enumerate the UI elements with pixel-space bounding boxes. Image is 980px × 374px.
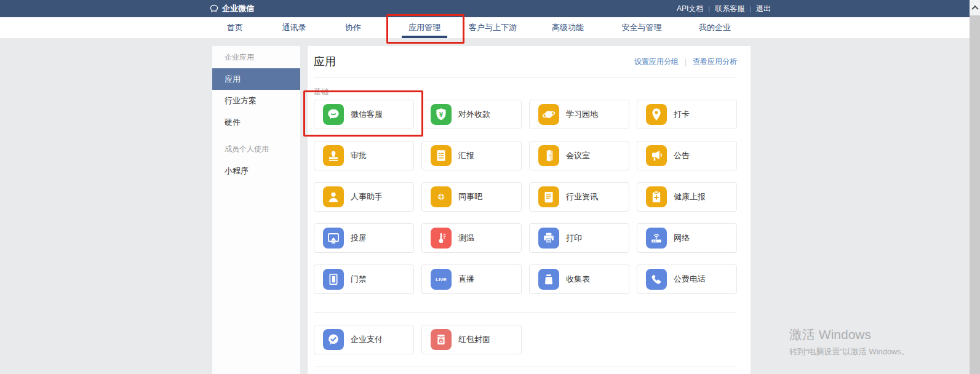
app-card-label: 红包封面 — [458, 334, 490, 345]
app-card-label: 对外收款 — [458, 109, 490, 120]
person-icon — [323, 186, 344, 207]
app-card[interactable]: 收集表 — [529, 265, 629, 294]
app-card-label: 汇报 — [458, 150, 474, 161]
news-doc-icon — [538, 186, 559, 207]
shield-yuan-icon: ¥ — [431, 104, 452, 125]
phone-icon — [646, 269, 667, 290]
app-card-label: 学习园地 — [566, 109, 598, 120]
app-card-label: 打卡 — [674, 109, 690, 120]
watermark-subtitle: 转到“电脑设置”以激活 Windows。 — [789, 346, 909, 357]
app-card[interactable]: 公告 — [637, 141, 737, 170]
brand: 企业微信 — [209, 0, 254, 17]
app-card[interactable]: 打印 — [529, 223, 629, 253]
panel-action-1[interactable]: 设置应用分组 — [634, 57, 679, 67]
app-card-label: 健康上报 — [674, 191, 706, 202]
app-card[interactable]: LIVE直播 — [421, 265, 522, 294]
app-card[interactable]: 打卡 — [637, 100, 737, 129]
nav-tab-8[interactable]: 我的企业 — [699, 17, 731, 38]
app-card[interactable]: 企业支付 — [314, 325, 414, 354]
app-card[interactable]: 微信客服 — [314, 100, 414, 129]
panel-actions: 设置应用分组|查看应用分析 — [634, 57, 737, 69]
windows-activation-watermark: 激活 Windows 转到“电脑设置”以激活 Windows。 — [789, 326, 909, 357]
brand-name: 企业微信 — [222, 3, 254, 14]
app-card-label: 微信客服 — [351, 109, 383, 120]
svg-text:¥: ¥ — [439, 111, 444, 118]
nav-tab-7[interactable]: 安全与管理 — [622, 17, 662, 38]
app-card[interactable]: ¥对外收款 — [421, 100, 522, 129]
app-card-label: 人事助手 — [351, 191, 383, 202]
app-card[interactable]: 红包封面 — [421, 325, 522, 354]
app-card[interactable]: 测温 — [421, 223, 522, 253]
svg-text:LIVE: LIVE — [436, 277, 447, 282]
collect-box-icon — [538, 269, 559, 290]
sidebar-item[interactable]: 硬件 — [212, 111, 300, 133]
nav-tab-3[interactable]: 协作 — [345, 17, 361, 38]
sidebar-section-gap — [212, 133, 300, 138]
topbar-links: API文档|联系客服|退出 — [677, 0, 771, 17]
app-card[interactable]: 学习园地 — [529, 100, 629, 129]
app-card[interactable]: 审批 — [314, 141, 414, 170]
red-packet-icon — [431, 329, 452, 350]
sidebar-item[interactable]: 行业方案 — [212, 90, 300, 111]
thermometer-icon — [431, 228, 452, 249]
app-grid-pay: 企业支付红包封面 — [314, 325, 737, 354]
nav-tab-2[interactable]: 通讯录 — [282, 17, 306, 38]
app-card[interactable]: 汇报 — [421, 141, 522, 170]
topbar-link-separator: | — [708, 5, 710, 12]
nav-tab-6[interactable]: 高级功能 — [552, 17, 584, 38]
megaphone-icon — [646, 145, 667, 166]
app-card[interactable]: 网络 — [637, 223, 737, 253]
sidebar-item[interactable]: 小程序 — [212, 160, 300, 181]
sidebar-item[interactable]: 应用 — [212, 68, 300, 90]
panel-action-2[interactable]: 查看应用分析 — [693, 57, 737, 67]
clipboard-plus-icon — [646, 186, 667, 207]
nav-tab-4[interactable]: 应用管理 — [408, 17, 440, 38]
pay-check-icon — [323, 329, 344, 350]
screen: 企业微信 API文档|联系客服|退出 首页通讯录协作应用管理客户与上下游高级功能… — [0, 0, 980, 374]
panel-action-separator: | — [685, 58, 687, 66]
live-icon: LIVE — [431, 269, 452, 290]
group-label-basic: 基础 — [314, 87, 737, 96]
app-card-label: 会议室 — [566, 150, 590, 161]
scroll-up-button[interactable] — [970, 0, 980, 15]
topbar-link-separator: | — [749, 5, 751, 12]
nav-tab-1[interactable]: 首页 — [227, 17, 243, 38]
watermark-title: 激活 Windows — [789, 326, 909, 343]
app-card-label: 行业资讯 — [566, 191, 598, 202]
chat-bubble-icon — [323, 104, 344, 125]
app-card-label: 审批 — [351, 150, 367, 161]
navbar: 首页通讯录协作应用管理客户与上下游高级功能安全与管理我的企业 — [0, 17, 970, 38]
app-card[interactable]: 健康上报 — [637, 182, 737, 212]
app-card[interactable]: 人事助手 — [314, 182, 414, 212]
app-card[interactable]: 公费电话 — [637, 265, 737, 294]
topbar-link-1[interactable]: API文档 — [677, 4, 703, 14]
vertical-scrollbar[interactable] — [970, 0, 980, 374]
app-card-label: 公费电话 — [674, 274, 706, 285]
app-card[interactable]: 会议室 — [529, 141, 629, 170]
door-icon — [538, 145, 559, 166]
location-pin-icon — [646, 104, 667, 125]
topbar-link-2[interactable]: 联系客服 — [715, 4, 744, 14]
app-card-label: 网络 — [674, 233, 690, 244]
app-card[interactable]: 行业资讯 — [529, 182, 629, 212]
chevron-up-icon — [971, 5, 978, 12]
topbar: 企业微信 API文档|联系客服|退出 — [0, 0, 970, 17]
app-card[interactable]: 门禁 — [314, 265, 414, 294]
wecom-logo-icon — [209, 4, 219, 14]
door-access-icon — [323, 269, 344, 290]
app-card[interactable]: 投屏 — [314, 223, 414, 253]
main-panel: 应用 设置应用分组|查看应用分析 基础 微信客服¥对外收款学习园地打卡审批汇报会… — [308, 46, 751, 374]
app-card-label: 测温 — [458, 233, 474, 244]
app-grid-basic: 微信客服¥对外收款学习园地打卡审批汇报会议室公告人事助手同事吧行业资讯健康上报投… — [314, 100, 737, 294]
printer-icon — [538, 228, 559, 249]
app-card-label: 企业支付 — [351, 334, 383, 345]
sidebar-section-label: 成员个人使用 — [212, 138, 300, 160]
router-icon — [646, 228, 667, 249]
app-card[interactable]: 同事吧 — [421, 182, 522, 212]
page-title: 应用 — [314, 54, 336, 69]
nav-tab-5[interactable]: 客户与上下游 — [469, 17, 517, 38]
panel-header: 应用 设置应用分组|查看应用分析 — [314, 46, 737, 69]
bottom-divider — [314, 367, 737, 367]
header-divider — [314, 77, 737, 78]
topbar-link-3[interactable]: 退出 — [756, 4, 771, 14]
